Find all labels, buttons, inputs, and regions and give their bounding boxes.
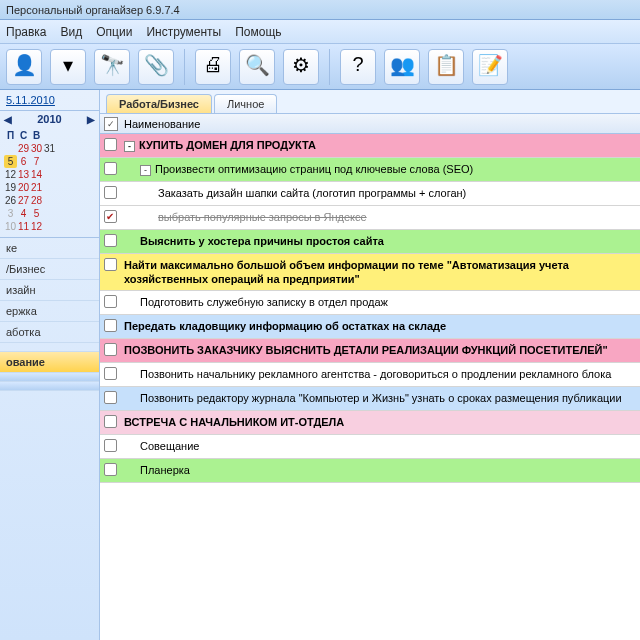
task-row[interactable]: Заказать дизайн шапки сайта (логотип про… [100, 182, 640, 206]
cal-day[interactable]: 3 [4, 207, 17, 220]
task-row[interactable]: Подготовить служебную записку в отдел пр… [100, 291, 640, 315]
task-row[interactable]: -КУПИТЬ ДОМЕН ДЛЯ ПРОДУКТА [100, 134, 640, 158]
cal-day[interactable]: 14 [30, 168, 43, 181]
toolbar-group-button[interactable]: 👥 [384, 49, 420, 85]
menu-instrumenty[interactable]: Инструменты [146, 25, 221, 39]
toolbar-note-button[interactable]: 📝 [472, 49, 508, 85]
toolbar-attach-button[interactable]: 📎 [138, 49, 174, 85]
toolbar-funnel-button[interactable]: ▾ [50, 49, 86, 85]
task-row[interactable]: Передать кладовщику информацию об остатк… [100, 315, 640, 339]
printer-icon: 🖨 [199, 53, 227, 81]
cal-day[interactable]: 26 [4, 194, 17, 207]
task-checkbox[interactable]: ✔ [104, 210, 117, 223]
sidebar: 5.11.2010 ◀ 2010 ▶ ПСВ293031567121314192… [0, 90, 100, 640]
task-checkbox[interactable] [104, 319, 117, 332]
sidebar-item-6[interactable]: ование [0, 352, 99, 373]
menu-optsii[interactable]: Опции [96, 25, 132, 39]
sidebar-item-3[interactable]: ержка [0, 301, 99, 322]
sidebar-item-2[interactable]: изайн [0, 280, 99, 301]
cal-day[interactable]: 12 [30, 220, 43, 233]
cal-day[interactable]: 10 [4, 220, 17, 233]
sidebar-item-7[interactable] [0, 373, 99, 382]
task-checkbox[interactable] [104, 138, 117, 151]
task-checkbox[interactable] [104, 343, 117, 356]
cal-day[interactable]: 13 [17, 168, 30, 181]
sidebar-item-0[interactable]: ке [0, 238, 99, 259]
person-icon: 👤 [10, 53, 38, 81]
task-row[interactable]: ✔выбрать популярные запросы в Яндексе [100, 206, 640, 230]
task-checkbox[interactable] [104, 463, 117, 476]
tab-0[interactable]: Работа/Бизнес [106, 94, 212, 113]
task-row[interactable]: -Произвести оптимизацию страниц под ключ… [100, 158, 640, 182]
task-row[interactable]: ВСТРЕЧА С НАЧАЛЬНИКОМ ИТ-ОТДЕЛА [100, 411, 640, 435]
task-row[interactable]: Позвонить редактору журнала "Компьютер и… [100, 387, 640, 411]
cal-day[interactable]: 11 [17, 220, 30, 233]
cal-day[interactable]: 27 [17, 194, 30, 207]
task-row[interactable]: ПОЗВОНИТЬ ЗАКАЗЧИКУ ВЫЯСНИТЬ ДЕТАЛИ РЕАЛ… [100, 339, 640, 363]
cal-month: 2010 [37, 113, 61, 125]
toolbar-paste-button[interactable]: 📋 [428, 49, 464, 85]
task-text: Позвонить редактору журнала "Компьютер и… [120, 387, 640, 409]
task-row[interactable]: Позвонить начальнику рекламного агентств… [100, 363, 640, 387]
cal-prev-icon[interactable]: ◀ [4, 114, 12, 125]
menu-pomosh[interactable]: Помощь [235, 25, 281, 39]
sidebar-item-5[interactable] [0, 343, 99, 352]
task-text: выбрать популярные запросы в Яндексе [120, 206, 640, 228]
task-checkbox[interactable] [104, 391, 117, 404]
cal-day[interactable]: 31 [43, 142, 56, 155]
cal-day[interactable]: 21 [30, 181, 43, 194]
calendar-grid[interactable]: ПСВ293031567121314192021262728345101112 [0, 127, 99, 238]
task-checkbox[interactable] [104, 367, 117, 380]
task-row[interactable]: Выяснить у хостера причины простоя сайта [100, 230, 640, 254]
task-row[interactable]: Планерка [100, 459, 640, 483]
sidebar-item-4[interactable]: аботка [0, 322, 99, 343]
toolbar-help-button[interactable]: ? [340, 49, 376, 85]
task-row[interactable]: Совещание [100, 435, 640, 459]
task-text: ПОЗВОНИТЬ ЗАКАЗЧИКУ ВЫЯСНИТЬ ДЕТАЛИ РЕАЛ… [120, 339, 640, 361]
date-link-bar: 5.11.2010 [0, 90, 99, 111]
header-title[interactable]: Наименование [124, 118, 200, 130]
sidebar-item-1[interactable]: /Бизнес [0, 259, 99, 280]
help-icon: ? [344, 53, 372, 81]
cal-day[interactable]: 5 [30, 207, 43, 220]
task-checkbox[interactable] [104, 234, 117, 247]
tab-1[interactable]: Личное [214, 94, 277, 113]
expand-icon[interactable]: - [140, 165, 151, 176]
cal-day[interactable]: 30 [30, 142, 43, 155]
category-list: ке/Бизнесизайнержкааботкаование [0, 238, 99, 640]
task-checkbox[interactable] [104, 186, 117, 199]
toolbar-binoculars-button[interactable]: 🔭 [94, 49, 130, 85]
cal-day[interactable]: 4 [17, 207, 30, 220]
toolbar-person-button[interactable]: 👤 [6, 49, 42, 85]
task-checkbox[interactable] [104, 415, 117, 428]
task-checkbox[interactable] [104, 439, 117, 452]
menu-vid[interactable]: Вид [61, 25, 83, 39]
cal-day[interactable]: 7 [30, 155, 43, 168]
task-checkbox[interactable] [104, 295, 117, 308]
group-icon: 👥 [388, 53, 416, 81]
cal-day[interactable] [4, 142, 17, 155]
task-checkbox[interactable] [104, 162, 117, 175]
toolbar-printer-button[interactable]: 🖨 [195, 49, 231, 85]
expand-icon[interactable]: - [124, 141, 135, 152]
task-text: Передать кладовщику информацию об остатк… [120, 315, 640, 337]
cal-day[interactable]: 6 [17, 155, 30, 168]
sidebar-item-8[interactable] [0, 382, 99, 391]
cal-day[interactable]: 28 [30, 194, 43, 207]
toolbar-preview-button[interactable]: 🔍 [239, 49, 275, 85]
cal-day[interactable]: 20 [17, 181, 30, 194]
menu-pravka[interactable]: Правка [6, 25, 47, 39]
task-checkbox[interactable] [104, 258, 117, 271]
window-title: Персональный органайзер 6.9.7.4 [6, 4, 180, 16]
cal-day[interactable]: 19 [4, 181, 17, 194]
date-link[interactable]: 5.11.2010 [6, 94, 55, 106]
task-row[interactable]: Найти максимально большой объем информац… [100, 254, 640, 291]
task-text: Совещание [120, 435, 640, 457]
cal-day[interactable]: 12 [4, 168, 17, 181]
toolbar-gear-button[interactable]: ⚙ [283, 49, 319, 85]
cal-next-icon[interactable]: ▶ [87, 114, 95, 125]
header-checkbox[interactable]: ✓ [104, 117, 118, 131]
task-list[interactable]: -КУПИТЬ ДОМЕН ДЛЯ ПРОДУКТА-Произвести оп… [100, 134, 640, 640]
cal-day[interactable]: 29 [17, 142, 30, 155]
cal-day[interactable]: 5 [4, 155, 17, 168]
